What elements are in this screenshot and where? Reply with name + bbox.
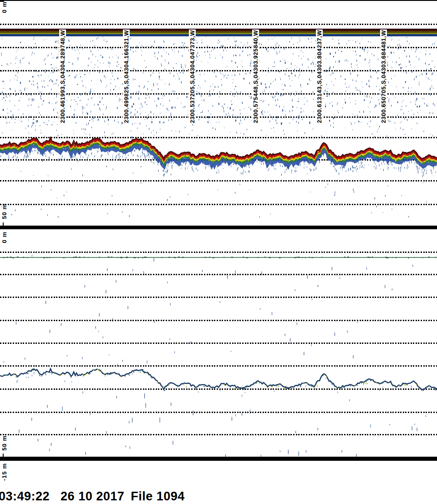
gps-position-label-text: 2300.537205,S,04304.047373,W [189, 30, 196, 124]
scale-tick-sep2 [3, 454, 4, 457]
gps-position-label: 2300.537205,S,04304.047373,W [188, 0, 196, 124]
panel-separator-1 [0, 226, 437, 229]
status-file: File 1094 [131, 489, 185, 503]
gps-position-label-text: 2300.575448,S,04303.925840,W [252, 30, 259, 124]
gps-position-label: 2300.650705,S,04303.684481,W [379, 0, 387, 124]
depth-label-ch1-bottom: 50 m [1, 204, 8, 219]
scale-tick-sep1 [3, 222, 4, 226]
status-time: 03:49:22 [0, 489, 50, 503]
bottom-echo-trace-ch2 [0, 369, 437, 390]
depth-label-ch1-top: 0 m [1, 1, 8, 13]
status-date: 26 10 2017 [61, 489, 124, 503]
gps-position-label: 2300.575448,S,04303.925840,W [251, 0, 259, 124]
depth-label-ch2-top: 0 m [1, 232, 8, 243]
depth-label-ch2-bottom: 50 m [1, 435, 8, 451]
echogram-display: 2300.461993,S,04304.289748,W2300.499825,… [0, 0, 437, 504]
gps-position-label-text: 2300.461993,S,04304.289748,W [59, 30, 66, 124]
gps-position-label-text: 2300.613143,S,04303.804237,W [316, 30, 323, 124]
gps-position-label-text: 2300.650705,S,04303.684481,W [380, 30, 387, 124]
gps-position-label: 2300.499825,S,04304.166321,W [122, 0, 130, 124]
status-bar: 03:49:2226 10 2017File 1094 [0, 489, 185, 504]
depth-label-ch2-below: -15 m [1, 463, 8, 481]
gps-position-label-text: 2300.499825,S,04304.166321,W [123, 30, 130, 124]
gps-position-label: 2300.613143,S,04303.804237,W [315, 0, 323, 124]
panel-separator-2 [0, 457, 437, 461]
gps-position-label: 2300.461993,S,04304.289748,W [58, 0, 66, 124]
